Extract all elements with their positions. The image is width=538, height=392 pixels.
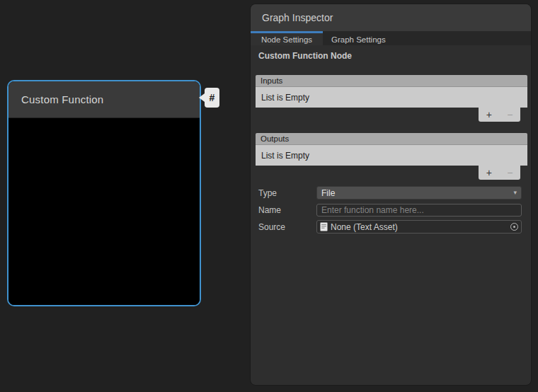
inspector-title: Graph Inspector [262, 12, 333, 23]
inputs-list-footer: + − [479, 108, 520, 122]
outputs-list-footer: + − [479, 166, 520, 180]
outputs-add-button[interactable]: + [483, 168, 495, 178]
graph-inspector-panel: Graph Inspector Node Settings Graph Sett… [250, 4, 532, 386]
node-body [8, 118, 200, 306]
outputs-empty-label: List is Empty [261, 151, 309, 161]
precision-badge: # [199, 88, 219, 108]
node-settings-heading: Custom Function Node [258, 51, 527, 61]
outputs-empty-row: List is Empty [256, 145, 527, 166]
tab-node-settings[interactable]: Node Settings [251, 31, 323, 45]
inspector-header[interactable]: Graph Inspector [251, 4, 531, 31]
source-row: Source None (Text Asset) [258, 220, 522, 234]
chevron-down-icon: ▾ [513, 190, 517, 196]
inputs-remove-button[interactable]: − [504, 110, 515, 120]
source-label: Source [258, 222, 316, 232]
function-name-input[interactable] [316, 204, 522, 217]
name-row: Name [258, 203, 522, 217]
outputs-list-title: Outputs [261, 134, 289, 143]
outputs-list: Outputs List is Empty + − [256, 133, 527, 180]
type-label: Type [258, 188, 316, 198]
custom-function-node[interactable]: Custom Function [7, 80, 201, 306]
property-rows: Type File ▾ Name Source [256, 186, 527, 234]
outputs-remove-button[interactable]: − [504, 168, 515, 178]
tab-graph-settings[interactable]: Graph Settings [323, 31, 394, 45]
badge-arrow-icon [199, 93, 205, 102]
inputs-list: Inputs List is Empty + − [256, 75, 527, 122]
inputs-add-button[interactable]: + [483, 110, 495, 120]
inputs-list-title: Inputs [261, 76, 282, 85]
inspector-content: Custom Function Node Inputs List is Empt… [251, 45, 531, 234]
type-dropdown[interactable]: File ▾ [316, 186, 522, 200]
name-label: Name [258, 205, 316, 215]
type-row: Type File ▾ [258, 186, 522, 200]
source-object-field[interactable]: None (Text Asset) [316, 220, 522, 234]
inspector-tabbar: Node Settings Graph Settings [251, 31, 531, 45]
outputs-list-header: Outputs [256, 133, 527, 145]
inputs-list-header: Inputs [256, 75, 527, 87]
source-object-value: None (Text Asset) [331, 222, 398, 232]
inputs-empty-row: List is Empty [256, 87, 527, 108]
inputs-empty-label: List is Empty [261, 93, 309, 103]
hash-icon: # [205, 88, 219, 108]
type-dropdown-value: File [321, 188, 335, 198]
node-title: Custom Function [21, 93, 103, 105]
object-picker-icon[interactable] [510, 223, 518, 231]
text-asset-icon [320, 222, 328, 231]
node-title-bar[interactable]: Custom Function [8, 81, 200, 118]
